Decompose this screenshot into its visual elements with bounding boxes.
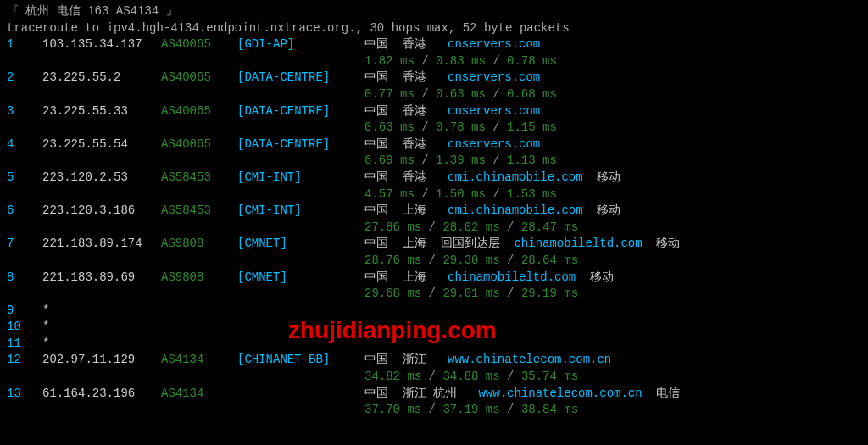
hop-t2: 1.39 ms xyxy=(436,153,486,167)
hop-domain: chinamobileltd.com xyxy=(514,236,642,253)
separator: / xyxy=(486,187,507,201)
hop-ip: 202.97.11.129 xyxy=(42,352,161,369)
hop-asn: AS58453 xyxy=(161,170,237,186)
hop-location: 中国 上海 xyxy=(364,270,448,286)
separator: / xyxy=(500,370,521,383)
hop-t1: 1.82 ms xyxy=(364,54,415,68)
trace-command: traceroute to ipv4.hgh-4134.endpoint.nxt… xyxy=(7,20,861,37)
hop-star: * xyxy=(42,303,49,320)
hop-t3: 35.74 ms xyxy=(521,370,578,383)
hop-t3: 29.19 ms xyxy=(521,286,578,300)
trace-hop: 5223.120.2.53AS58453[CMI-INT]中国 香港 cmi.c… xyxy=(7,170,861,186)
hop-index: 8 xyxy=(7,270,42,286)
hop-tag: [DATA-CENTRE] xyxy=(237,136,364,153)
hop-timings: 4.57 ms / 1.50 ms / 1.53 ms xyxy=(7,186,861,203)
hop-t1: 4.57 ms xyxy=(364,187,415,201)
hop-tag: [DATA-CENTRE] xyxy=(237,70,364,86)
hop-t1: 37.70 ms xyxy=(364,403,421,416)
trace-hop: 7221.183.89.174AS9808[CMNET]中国 上海 回国到达层 … xyxy=(7,236,861,253)
hop-timings: 28.76 ms / 29.30 ms / 28.64 ms xyxy=(7,253,861,270)
hop-location: 中国 香港 xyxy=(364,70,448,86)
hop-domain: cnservers.com xyxy=(448,36,540,53)
hop-ip: 103.135.34.137 xyxy=(42,36,161,53)
separator: / xyxy=(486,153,507,167)
trace-header: 『 杭州 电信 163 AS4134 』 xyxy=(7,3,861,20)
hop-timings: 6.69 ms / 1.39 ms / 1.13 ms xyxy=(7,153,861,170)
hop-asn: AS9808 xyxy=(161,236,237,253)
hop-index: 9 xyxy=(7,303,42,320)
trace-hop-star: 11* xyxy=(7,336,861,353)
hop-star: * xyxy=(42,319,49,336)
hop-domain: chinamobileltd.com xyxy=(448,270,576,286)
hop-t1: 29.68 ms xyxy=(364,286,421,300)
hop-asn: AS4134 xyxy=(161,386,237,403)
hop-t3: 28.64 ms xyxy=(521,253,578,267)
hop-tag: [DATA-CENTRE] xyxy=(237,103,364,120)
hop-timings: 29.68 ms / 29.01 ms / 29.19 ms xyxy=(7,286,861,303)
hop-index: 12 xyxy=(7,352,42,369)
hop-location: 中国 浙江 xyxy=(364,352,448,369)
separator: / xyxy=(500,286,521,300)
hop-t2: 0.83 ms xyxy=(436,54,486,68)
trace-hop: 12202.97.11.129AS4134[CHINANET-BB]中国 浙江 … xyxy=(7,352,861,369)
hop-timings: 0.63 ms / 0.78 ms / 1.15 ms xyxy=(7,120,861,136)
hop-timings: 27.86 ms / 28.02 ms / 28.47 ms xyxy=(7,220,861,236)
trace-hop-star: 10* xyxy=(7,319,861,336)
separator: / xyxy=(486,87,507,101)
trace-hop: 323.225.55.33AS40065[DATA-CENTRE]中国 香港 c… xyxy=(7,103,861,120)
separator: / xyxy=(500,220,521,234)
hop-asn: AS9808 xyxy=(161,270,237,286)
hop-domain: cmi.chinamobile.com xyxy=(448,170,583,186)
hop-t3: 1.13 ms xyxy=(507,153,557,167)
hop-index: 5 xyxy=(7,170,42,186)
trace-hop: 6223.120.3.186AS58453[CMI-INT]中国 上海 cmi.… xyxy=(7,203,861,220)
hop-t1: 0.77 ms xyxy=(364,87,415,101)
hop-domain: www.chinatelecom.com.cn xyxy=(448,352,611,369)
hop-asn: AS58453 xyxy=(161,203,237,220)
hop-location: 中国 上海 xyxy=(364,203,448,220)
hop-tag: [CHINANET-BB] xyxy=(237,352,364,369)
hop-domain: cnservers.com xyxy=(448,136,540,153)
hop-t2: 0.78 ms xyxy=(436,120,486,134)
hop-tag: [CMNET] xyxy=(237,236,364,253)
hop-index: 2 xyxy=(7,70,42,86)
separator: / xyxy=(415,87,436,101)
hop-timings: 0.77 ms / 0.63 ms / 0.68 ms xyxy=(7,86,861,103)
hop-t3: 28.47 ms xyxy=(521,220,578,234)
hop-t2: 0.63 ms xyxy=(436,87,486,101)
hop-t3: 38.84 ms xyxy=(521,403,578,416)
hop-ip: 61.164.23.196 xyxy=(42,386,161,403)
hop-t2: 29.30 ms xyxy=(442,253,499,267)
hop-t1: 28.76 ms xyxy=(364,253,421,267)
separator: / xyxy=(421,220,442,234)
hop-suffix: 移动 xyxy=(583,203,621,220)
hop-ip: 23.225.55.2 xyxy=(42,70,161,86)
hop-asn: AS40065 xyxy=(161,136,237,153)
trace-output: 1103.135.34.137AS40065[GDI-AP]中国 香港 cnse… xyxy=(7,36,861,419)
trace-hop: 423.225.55.54AS40065[DATA-CENTRE]中国 香港 c… xyxy=(7,136,861,153)
hop-location: 中国 上海 回国到达层 xyxy=(364,236,514,253)
hop-tag: [CMI-INT] xyxy=(237,170,364,186)
hop-index: 1 xyxy=(7,36,42,53)
hop-domain: cmi.chinamobile.com xyxy=(448,203,583,220)
trace-hop-star: 9* xyxy=(7,303,861,320)
hop-tag xyxy=(237,386,364,403)
hop-ip: 23.225.55.54 xyxy=(42,136,161,153)
hop-star: * xyxy=(42,336,49,353)
hop-t3: 0.68 ms xyxy=(507,87,557,101)
separator: / xyxy=(486,54,507,68)
hop-t2: 37.19 ms xyxy=(442,403,499,416)
separator: / xyxy=(500,253,521,267)
hop-domain: cnservers.com xyxy=(448,70,540,86)
hop-t2: 1.50 ms xyxy=(436,187,486,201)
hop-index: 13 xyxy=(7,386,42,403)
hop-t2: 29.01 ms xyxy=(442,286,499,300)
hop-suffix: 移动 xyxy=(583,170,621,186)
hop-location: 中国 香港 xyxy=(364,36,448,53)
separator: / xyxy=(421,370,442,383)
hop-timings: 37.70 ms / 37.19 ms / 38.84 ms xyxy=(7,402,861,419)
separator: / xyxy=(421,286,442,300)
trace-hop: 8221.183.89.69AS9808[CMNET]中国 上海 chinamo… xyxy=(7,270,861,286)
hop-index: 11 xyxy=(7,336,42,353)
hop-t3: 0.78 ms xyxy=(507,54,557,68)
